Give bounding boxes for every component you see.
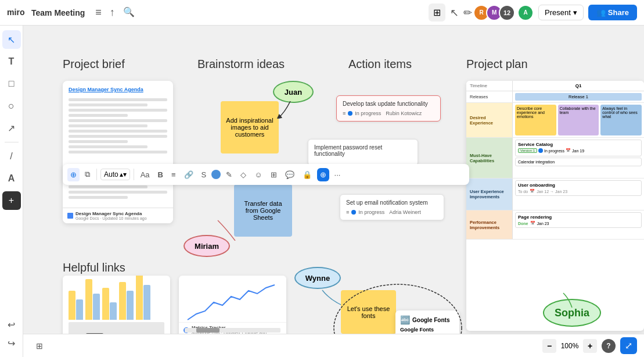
action-card-2[interactable]: Implement password reset functionality bbox=[308, 139, 418, 166]
section-title-action-items: Action items bbox=[348, 58, 412, 71]
toolbar-bold[interactable]: B bbox=[155, 168, 166, 181]
action-card-1[interactable]: Develop task update functionality ≡ In p… bbox=[336, 95, 441, 122]
sidebar-tool-cursor[interactable]: ↖ bbox=[2, 30, 21, 49]
topbar-actions: ≡ ↑ 🔍 bbox=[93, 4, 137, 21]
canvas: Project brief Brainstorm ideas Action it… bbox=[23, 26, 644, 357]
pp-user-onboarding: User onboarding To do 📅 Jan 12 → Jan 23 bbox=[515, 180, 642, 196]
pbc-line bbox=[69, 145, 147, 148]
toolbar-font[interactable]: Aa bbox=[138, 168, 153, 181]
sticky-note-fonts[interactable]: Let's use these fonts bbox=[341, 290, 396, 334]
sticky-note-brainstorm[interactable]: Add inspirational images to aid customer… bbox=[221, 101, 279, 153]
pp-perf-card: Page rendering Done 📅 Jan 23 bbox=[515, 212, 642, 228]
pbc-line bbox=[69, 135, 167, 138]
section-title-project-brief: Project brief bbox=[63, 58, 125, 71]
toolbar-align[interactable]: ≡ bbox=[168, 168, 179, 181]
bar-group-5 bbox=[136, 276, 150, 320]
toolbar-divider bbox=[96, 169, 97, 180]
toolbar-edit[interactable]: ✎ bbox=[223, 168, 235, 181]
sticky-note-transfer[interactable]: Transfer data from Google Sheets bbox=[234, 184, 292, 237]
callout-miriam[interactable]: Miriam bbox=[184, 235, 230, 257]
pp-row-desired: Desired Experience Describe core experie… bbox=[466, 103, 644, 138]
callout-sophia[interactable]: Sophia bbox=[543, 299, 601, 327]
toolbar-frame[interactable]: ⧉ bbox=[82, 167, 93, 181]
status-dot bbox=[351, 210, 356, 215]
callout-wynne[interactable]: Wynne bbox=[294, 267, 341, 289]
toolbar-emoji[interactable]: ☺ bbox=[251, 168, 265, 181]
pbc-line bbox=[69, 114, 128, 117]
help-button[interactable]: ? bbox=[602, 339, 616, 353]
pbc-footer-sub: Google Docs · Updated 10 minutes ago bbox=[75, 216, 147, 220]
action-card-3[interactable]: Set up email notification system ≡ In pr… bbox=[340, 194, 444, 220]
gf-title: Google Fonts bbox=[400, 327, 455, 333]
sidebar-tool-sticky[interactable]: □ bbox=[2, 74, 21, 93]
toolbar-link[interactable]: 🔗 bbox=[181, 168, 196, 181]
present-button[interactable]: Present ▾ bbox=[538, 5, 584, 20]
pbc-line bbox=[69, 109, 167, 112]
sidebar-tool-connect[interactable]: ↗ bbox=[2, 119, 21, 137]
pp-row-user-exp: User Experience Improvements User onboar… bbox=[466, 178, 644, 210]
bar-group-3 bbox=[102, 288, 117, 320]
callout-juan[interactable]: Juan bbox=[273, 81, 314, 103]
sidebar-tool-add[interactable]: + bbox=[2, 191, 21, 210]
toolbar-star[interactable]: ⊕ bbox=[317, 168, 329, 181]
pbc-line bbox=[69, 98, 167, 101]
pbc-footer: Design Manager Sync Agenda Google Docs ·… bbox=[63, 208, 173, 223]
toolbar-table[interactable]: ⊞ bbox=[268, 168, 280, 181]
pp-row-perf: Performance Improvements Page rendering … bbox=[466, 210, 644, 240]
sidebar-tool-text[interactable]: T bbox=[2, 52, 21, 71]
pen-mode-icon[interactable]: ✏ bbox=[463, 6, 472, 19]
google-docs-icon bbox=[67, 213, 73, 219]
sidebar-tool-shapes[interactable]: ○ bbox=[2, 97, 21, 115]
bar-group-4 bbox=[119, 282, 134, 320]
toolbar-tag[interactable]: ◇ bbox=[238, 168, 249, 181]
toolbar-more[interactable]: ··· bbox=[332, 168, 344, 181]
sidebar-divider bbox=[5, 142, 19, 142]
project-plan-table[interactable]: Timeline Q1 Releases Release 1 Desired E… bbox=[466, 81, 644, 331]
bar-group-2 bbox=[85, 279, 100, 320]
project-brief-card[interactable]: Design Manager Sync Agenda Des bbox=[63, 81, 173, 223]
zoom-in-button[interactable]: + bbox=[583, 339, 597, 353]
search-icon[interactable]: 🔍 bbox=[121, 4, 137, 21]
avatar-group[interactable]: R M 12 A bbox=[477, 5, 534, 21]
action-meta-1: ≡ In progress Rubin Kotowicz bbox=[343, 110, 434, 116]
avatar-count: 12 bbox=[499, 5, 515, 21]
board-title: Team Meeting bbox=[31, 8, 85, 17]
toolbar-strike[interactable]: S bbox=[199, 168, 210, 181]
sidebar-tool-pen[interactable]: / bbox=[2, 147, 21, 166]
bottombar-right: − 100% + ? ⤢ bbox=[542, 337, 637, 354]
pp-must-card-2: Calendar integration bbox=[515, 158, 642, 166]
redo-button[interactable]: ↪ bbox=[2, 334, 21, 352]
upload-icon[interactable]: ↑ bbox=[107, 4, 117, 21]
list-icon: ≡ bbox=[343, 110, 346, 116]
grid-view-icon[interactable]: ⊞ bbox=[429, 3, 445, 22]
svg-text:miro: miro bbox=[7, 8, 25, 17]
menu-icon[interactable]: ≡ bbox=[93, 4, 104, 21]
pbc-header: Design Manager Sync Agenda bbox=[63, 81, 173, 95]
toolbar-auto-select[interactable]: Auto▴▾ bbox=[100, 169, 130, 180]
pbc-line bbox=[69, 124, 147, 127]
list-icon: ≡ bbox=[346, 209, 349, 215]
zoom-out-button[interactable]: − bbox=[542, 339, 556, 353]
action-title-2: Implement password reset functionality bbox=[314, 144, 412, 157]
toolbar-move[interactable]: ⊕ bbox=[67, 168, 80, 181]
cursor-mode-icon[interactable]: ↖ bbox=[450, 6, 459, 19]
toolbar-color[interactable] bbox=[211, 170, 221, 179]
action-title-3: Set up email notification system bbox=[346, 199, 438, 206]
app-logo[interactable]: miro bbox=[7, 6, 26, 19]
pbc-line bbox=[69, 185, 147, 188]
share-button[interactable]: 👥 Share bbox=[588, 5, 637, 20]
toolbar-comment[interactable]: 💬 bbox=[282, 168, 297, 181]
topbar-right: ⊞ ↖ ✏ R M 12 A Present ▾ 👥 Share bbox=[429, 3, 637, 22]
toolbar-lock[interactable]: 🔒 bbox=[300, 168, 315, 181]
bottombar-grid-icon[interactable]: ⊞ bbox=[30, 337, 49, 355]
sidebar-tool-type[interactable]: A bbox=[2, 169, 21, 188]
section-title-project-plan: Project plan bbox=[466, 58, 528, 71]
google-fonts-logo: 🔤 bbox=[400, 315, 410, 324]
undo-button[interactable]: ↩ bbox=[2, 315, 21, 334]
zoom-control: − 100% + bbox=[542, 339, 597, 353]
pbc-line bbox=[69, 151, 167, 153]
section-title-brainstorm: Brainstorm ideas bbox=[197, 58, 285, 71]
pbc-footer-title: Design Manager Sync Agenda bbox=[75, 211, 147, 216]
pbc-line bbox=[69, 196, 128, 199]
expand-button[interactable]: ⤢ bbox=[620, 337, 637, 354]
